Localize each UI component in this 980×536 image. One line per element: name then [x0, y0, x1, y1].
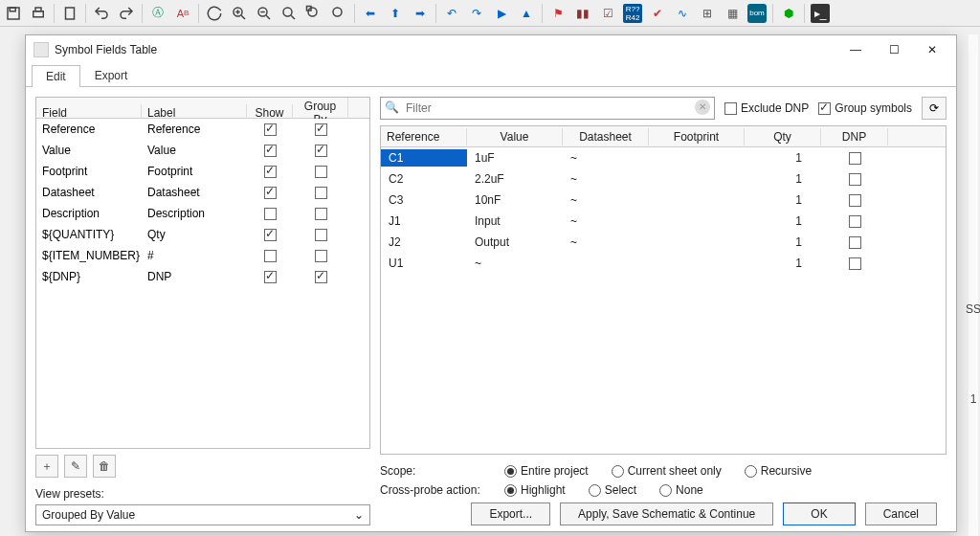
- bom-icon[interactable]: bom: [747, 4, 767, 23]
- groupby-checkbox[interactable]: [315, 166, 327, 178]
- library-icon[interactable]: ▮▮: [573, 4, 592, 23]
- mirror-v-icon[interactable]: ▲: [517, 4, 536, 23]
- gcol-val[interactable]: Value: [467, 128, 563, 145]
- nav-fwd-icon[interactable]: ➡: [411, 4, 430, 23]
- paste-icon[interactable]: [60, 4, 79, 23]
- radio-recursive[interactable]: Recursive: [745, 464, 812, 478]
- minimize-button[interactable]: —: [839, 38, 872, 61]
- annotate-icon[interactable]: R??R42: [623, 4, 642, 23]
- field-row[interactable]: FootprintFootprint: [36, 161, 369, 182]
- fields-table-icon[interactable]: ▦: [723, 4, 742, 23]
- rotate-ccw-icon[interactable]: ↶: [442, 4, 461, 23]
- refresh-button[interactable]: ⟳: [922, 97, 947, 120]
- show-checkbox[interactable]: [264, 123, 277, 136]
- redo-icon[interactable]: [117, 4, 136, 23]
- field-row[interactable]: ReferenceReference: [36, 119, 369, 140]
- show-checkbox[interactable]: [264, 187, 277, 199]
- gcol-ds[interactable]: Datasheet: [563, 128, 649, 145]
- script-console-icon[interactable]: ▸_: [811, 4, 830, 23]
- zoom-region-icon[interactable]: [304, 4, 323, 23]
- print-icon[interactable]: [29, 4, 48, 23]
- table-row[interactable]: C22.2uF~1: [381, 168, 946, 190]
- radio-highlight[interactable]: Highlight: [504, 483, 566, 497]
- add-field-button[interactable]: ＋: [35, 455, 58, 478]
- clear-filter-icon[interactable]: ✕: [695, 100, 710, 115]
- gcol-ref[interactable]: Reference: [381, 128, 467, 145]
- gcol-dnp[interactable]: DNP: [821, 128, 888, 145]
- tab-export[interactable]: Export: [80, 64, 143, 86]
- erc-icon[interactable]: ☑: [598, 4, 617, 23]
- groupby-checkbox[interactable]: [315, 123, 327, 136]
- dnp-checkbox[interactable]: [849, 236, 861, 249]
- undo-icon[interactable]: [92, 4, 111, 23]
- table-row[interactable]: U1~1: [381, 253, 946, 274]
- rotate-cw-icon[interactable]: ↷: [467, 4, 486, 23]
- radio-entire[interactable]: Entire project: [504, 464, 589, 478]
- show-checkbox[interactable]: [264, 208, 277, 220]
- show-checkbox[interactable]: [264, 166, 277, 178]
- field-row[interactable]: ValueValue: [36, 140, 369, 161]
- zoom-in-icon[interactable]: [230, 4, 249, 23]
- simulate-icon[interactable]: ∿: [673, 4, 692, 23]
- show-checkbox[interactable]: [264, 250, 277, 262]
- group-symbols-checkbox[interactable]: Group symbols: [818, 101, 912, 115]
- dnp-checkbox[interactable]: [849, 257, 861, 270]
- field-row[interactable]: DescriptionDescription: [36, 203, 369, 224]
- dnp-checkbox[interactable]: [849, 173, 861, 186]
- nav-up-icon[interactable]: ⬆: [386, 4, 405, 23]
- delete-field-button[interactable]: 🗑: [93, 455, 116, 478]
- table-row[interactable]: C310nF~1: [381, 190, 946, 211]
- zoom-fit-icon[interactable]: [279, 4, 299, 23]
- svg-rect-2: [33, 11, 44, 16]
- gcol-qty[interactable]: Qty: [745, 128, 821, 145]
- groupby-checkbox[interactable]: [315, 208, 327, 220]
- radio-sheet[interactable]: Current sheet only: [612, 464, 722, 478]
- drc-icon[interactable]: ✔: [648, 4, 667, 23]
- symbol-editor-icon[interactable]: ⚑: [548, 4, 568, 23]
- zoom-auto-icon[interactable]: [329, 4, 348, 23]
- save-icon[interactable]: [4, 4, 23, 23]
- cell-ref: J2: [381, 234, 467, 251]
- groupby-checkbox[interactable]: [315, 250, 327, 262]
- footprint-assign-icon[interactable]: ⊞: [698, 4, 717, 23]
- tab-edit[interactable]: Edit: [32, 65, 80, 87]
- groupby-checkbox[interactable]: [315, 187, 327, 199]
- replace-icon[interactable]: AB: [173, 4, 192, 23]
- groupby-checkbox[interactable]: [315, 271, 327, 283]
- close-button[interactable]: ✕: [916, 38, 948, 61]
- filter-input[interactable]: [380, 97, 715, 120]
- ok-button[interactable]: OK: [783, 502, 855, 525]
- rename-field-button[interactable]: ✎: [64, 455, 87, 478]
- field-row[interactable]: DatasheetDatasheet: [36, 182, 369, 203]
- field-row[interactable]: ${DNP}DNP: [36, 266, 369, 287]
- show-checkbox[interactable]: [264, 271, 277, 283]
- groupby-checkbox[interactable]: [315, 145, 327, 157]
- dnp-checkbox[interactable]: [849, 215, 861, 228]
- field-row[interactable]: ${ITEM_NUMBER}#: [36, 245, 369, 266]
- groupby-checkbox[interactable]: [315, 229, 327, 241]
- find-icon[interactable]: Ⓐ: [148, 4, 167, 23]
- nav-back-icon[interactable]: ⬅: [361, 4, 380, 23]
- table-row[interactable]: J2Output~1: [381, 232, 946, 253]
- radio-none[interactable]: None: [659, 483, 703, 497]
- refresh-icon[interactable]: [205, 4, 224, 23]
- field-row[interactable]: ${QUANTITY}Qty: [36, 224, 369, 245]
- maximize-button[interactable]: ☐: [878, 38, 910, 61]
- table-row[interactable]: C11uF~1: [381, 147, 946, 168]
- field-label: #: [142, 247, 247, 264]
- dnp-checkbox[interactable]: [849, 194, 861, 207]
- apply-button[interactable]: Apply, Save Schematic & Continue: [560, 502, 773, 525]
- table-row[interactable]: J1Input~1: [381, 211, 946, 232]
- cancel-button[interactable]: Cancel: [865, 502, 937, 525]
- dnp-checkbox[interactable]: [849, 152, 861, 165]
- show-checkbox[interactable]: [264, 229, 277, 241]
- radio-select[interactable]: Select: [589, 483, 636, 497]
- mirror-h-icon[interactable]: ▶: [492, 4, 511, 23]
- exclude-dnp-checkbox[interactable]: Exclude DNP: [724, 101, 809, 115]
- show-checkbox[interactable]: [264, 145, 277, 157]
- zoom-out-icon[interactable]: [255, 4, 274, 23]
- presets-select[interactable]: Grouped By Value ⌄: [35, 504, 370, 525]
- gcol-fp[interactable]: Footprint: [649, 128, 745, 145]
- pcb-editor-icon[interactable]: ⬢: [779, 4, 798, 23]
- export-button[interactable]: Export...: [471, 502, 550, 525]
